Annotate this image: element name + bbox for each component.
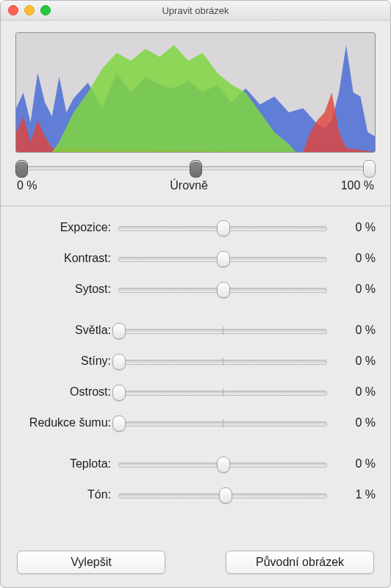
slider-label: Stíny: [15,355,111,368]
slider-row: Kontrast:0 % [15,243,376,274]
levels-right-label: 100 % [341,179,374,192]
slider-value: 0 % [334,355,376,368]
slider-label: Expozice: [15,221,111,234]
slider-track[interactable] [118,384,327,400]
slider-thumb[interactable] [217,282,230,298]
zoom-icon[interactable] [40,5,51,15]
window-controls [8,5,51,15]
footer: Vylepšit Původní obrázek [1,540,390,587]
slider-value: 0 % [334,252,376,265]
slider-value: 0 % [334,457,376,471]
slider-center-tick [223,357,223,366]
slider-value: 0 % [334,385,376,399]
slider-value: 1 % [334,488,376,501]
slider-track[interactable] [118,415,327,431]
slider-row: Ostrost:0 % [15,377,376,407]
slider-value: 0 % [334,283,376,296]
slider-track[interactable] [118,250,327,266]
levels-slider[interactable] [17,160,374,178]
slider-label: Světla: [15,324,111,337]
slider-row: Sytost:0 % [15,274,376,305]
slider-thumb[interactable] [217,457,230,473]
histogram-section: 0 % Úrovně 100 % [15,32,376,192]
slider-center-tick [223,327,223,335]
slider-value: 0 % [334,324,376,337]
close-icon[interactable] [8,5,18,15]
levels-mid-point-thumb[interactable] [190,160,202,178]
slider-thumb[interactable] [217,251,230,267]
reset-button[interactable]: Původní obrázek [226,551,374,574]
reset-button-label: Původní obrázek [256,556,344,569]
slider-label: Sytost: [15,283,111,296]
slider-track[interactable] [118,281,327,297]
levels-left-label: 0 % [17,179,37,192]
window-title: Upravit obrázek [1,5,390,16]
slider-track[interactable] [118,456,327,472]
titlebar: Upravit obrázek [1,1,390,21]
slider-track[interactable] [118,487,327,503]
slider-track[interactable] [118,219,327,236]
slider-row: Expozice:0 % [15,212,376,243]
slider-track[interactable] [118,322,327,338]
levels-center-label: Úrovně [170,179,208,192]
slider-thumb[interactable] [217,220,230,236]
slider-thumb[interactable] [112,415,126,432]
edit-image-window: Upravit obrázek 0 % [0,0,391,588]
slider-value: 0 % [334,221,376,234]
sliders-panel: Expozice:0 %Kontrast:0 %Sytost:0 %Světla… [1,206,390,510]
slider-row: Teplota:0 % [15,449,376,479]
window-body: 0 % Úrovně 100 % Expozice:0 %Kontrast:0 … [1,21,390,587]
slider-row: Stíny:0 % [15,346,376,377]
levels-black-point-thumb[interactable] [15,160,28,178]
slider-row: Světla:0 % [15,315,376,346]
levels-white-point-thumb[interactable] [363,160,376,178]
levels-labels: 0 % Úrovně 100 % [17,179,374,192]
histogram [15,32,376,153]
slider-row: Tón:1 % [15,479,376,510]
enhance-button-label: Vylepšit [71,556,111,569]
enhance-button[interactable]: Vylepšit [17,551,165,574]
slider-label: Teplota: [15,457,111,471]
minimize-icon[interactable] [24,5,35,15]
slider-thumb[interactable] [112,354,126,370]
slider-value: 0 % [334,416,376,429]
slider-label: Redukce šumu: [15,416,111,429]
slider-label: Kontrast: [15,252,111,265]
slider-center-tick [223,419,223,427]
slider-thumb[interactable] [219,487,232,504]
slider-thumb[interactable] [112,385,126,401]
slider-row: Redukce šumu:0 % [15,407,376,438]
slider-thumb[interactable] [112,323,126,339]
slider-center-tick [223,388,223,396]
slider-label: Tón: [15,488,111,501]
slider-label: Ostrost: [15,385,111,399]
slider-track[interactable] [118,353,327,369]
